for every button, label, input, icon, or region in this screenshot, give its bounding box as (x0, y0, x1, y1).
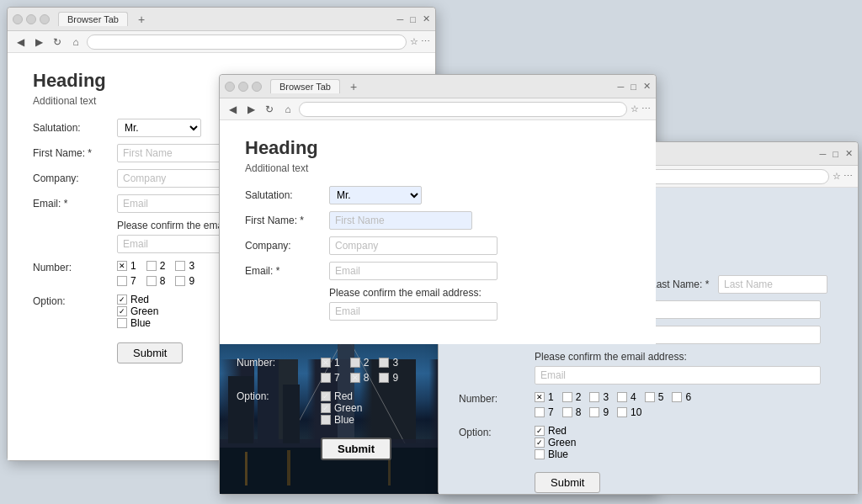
close-btn-1[interactable] (13, 14, 23, 24)
win-close-3[interactable]: ✕ (845, 148, 853, 159)
cb-9-2[interactable]: 9 (379, 372, 398, 384)
cb-box-1-1[interactable]: ✕ (117, 261, 127, 271)
cb-2-1[interactable]: 2 (146, 260, 166, 272)
salutation-select-2[interactable]: Mr. (329, 186, 422, 204)
cb-red-1[interactable]: ✓ (117, 294, 127, 305)
cb-blue-2[interactable] (321, 415, 331, 425)
cb-7-2[interactable]: 7 (321, 372, 340, 384)
win-minimize-1[interactable]: ─ (397, 14, 404, 24)
salutation-select-1[interactable]: Mr. (117, 119, 201, 137)
win-close-1[interactable]: ✕ (423, 13, 430, 24)
cb-1-1[interactable]: ✕ 1 (117, 260, 136, 272)
cb-8-3[interactable]: 8 (562, 406, 582, 418)
address-bar-1[interactable] (87, 34, 407, 50)
new-tab-btn-2[interactable]: + (343, 78, 364, 95)
cb-9-3[interactable]: 9 (589, 406, 609, 418)
cb-box-7-3[interactable] (535, 407, 545, 417)
opt-green-3[interactable]: ✓ Green (535, 437, 576, 448)
submit-btn-2[interactable]: Submit (321, 438, 391, 460)
opt-red-2[interactable]: ✓ Red (321, 390, 362, 402)
cb-box-1-3[interactable]: ✕ (535, 392, 545, 402)
cb-red-2[interactable]: ✓ (321, 391, 331, 401)
opt-green-1[interactable]: ✓ Green (117, 305, 158, 317)
tab-2[interactable]: Browser Tab (270, 79, 340, 93)
opt-red-1[interactable]: ✓ Red (117, 294, 158, 305)
min-btn-1[interactable] (26, 14, 36, 24)
win-maximize-1[interactable]: □ (410, 14, 416, 24)
win-close-2[interactable]: ✕ (643, 81, 651, 92)
forward-btn-2[interactable]: ▶ (243, 103, 258, 115)
email-input-2[interactable] (329, 262, 498, 280)
menu-icon-1[interactable]: ⋯ (421, 36, 430, 47)
cb-6-3[interactable]: 6 (672, 391, 691, 403)
cb-3-1[interactable]: 3 (175, 260, 194, 272)
win-minimize-3[interactable]: ─ (820, 149, 827, 159)
cb-8-1[interactable]: 8 (146, 275, 166, 287)
cb-2-2[interactable]: 2 (350, 357, 370, 369)
cb-box-5-3[interactable] (645, 392, 655, 402)
cb-box-8-2[interactable]: ✕ (350, 373, 360, 383)
cb-3-2[interactable]: 3 (379, 357, 398, 369)
cb-box-9-2[interactable] (379, 373, 389, 383)
home-btn-2[interactable]: ⌂ (280, 103, 295, 115)
reload-btn-2[interactable]: ↻ (262, 103, 277, 115)
menu-icon-2[interactable]: ⋯ (641, 103, 651, 114)
cb-box-9-3[interactable] (589, 407, 599, 417)
lastname-input-3[interactable] (718, 275, 827, 294)
cb-box-3-2[interactable] (379, 358, 389, 368)
cb-2-3[interactable]: 2 (562, 391, 582, 403)
cb-box-7-2[interactable] (321, 373, 331, 383)
cb-box-8-1[interactable] (146, 276, 157, 286)
cb-7-1[interactable]: 7 (117, 275, 136, 287)
star-icon-1[interactable]: ☆ (410, 36, 418, 47)
cb-box-8-3[interactable] (562, 407, 572, 417)
submit-btn-1[interactable]: Submit (117, 342, 183, 363)
cb-3-3[interactable]: 3 (589, 391, 609, 403)
forward-btn-1[interactable]: ▶ (31, 36, 46, 48)
cb-red-3[interactable]: ✓ (535, 426, 545, 436)
star-icon-2[interactable]: ☆ (631, 103, 639, 114)
cb-box-2-3[interactable] (562, 392, 572, 402)
cb-8-2[interactable]: ✕ 8 (350, 372, 370, 384)
cb-blue-1[interactable] (117, 318, 127, 328)
opt-blue-2[interactable]: Blue (321, 414, 362, 426)
cb-10-3[interactable]: 10 (617, 406, 641, 418)
confirm-email-input-3[interactable] (535, 366, 821, 385)
opt-green-2[interactable]: ✓ Green (321, 402, 362, 414)
cb-box-2-1[interactable] (146, 261, 157, 271)
cb-green-1[interactable]: ✓ (117, 306, 127, 316)
cb-green-2[interactable]: ✓ (321, 403, 331, 413)
submit-btn-3[interactable]: Submit (535, 472, 600, 493)
cb-box-4-3[interactable] (617, 392, 627, 402)
max-btn-2[interactable] (252, 82, 262, 92)
close-btn-2[interactable] (225, 82, 235, 92)
cb-box-2-2[interactable] (350, 358, 360, 368)
win-maximize-3[interactable]: □ (833, 149, 838, 159)
reload-btn-1[interactable]: ↻ (50, 36, 65, 48)
cb-box-7-1[interactable] (117, 276, 127, 286)
star-icon-3[interactable]: ☆ (833, 171, 841, 182)
address-bar-2[interactable] (299, 102, 627, 117)
max-btn-1[interactable] (40, 14, 50, 24)
cb-green-3[interactable]: ✓ (535, 438, 545, 448)
cb-5-3[interactable]: 5 (645, 391, 664, 403)
cb-1-2[interactable]: ✕ 1 (321, 357, 340, 369)
menu-icon-3[interactable]: ⋯ (843, 171, 853, 182)
back-btn-1[interactable]: ◀ (13, 36, 28, 48)
firstname-input-2[interactable] (329, 211, 472, 230)
win-maximize-2[interactable]: □ (631, 82, 636, 92)
opt-red-3[interactable]: ✓ Red (535, 425, 576, 437)
confirm-email-input-2[interactable] (329, 302, 498, 321)
back-btn-2[interactable]: ◀ (225, 103, 240, 115)
cb-9-1[interactable]: 9 (175, 275, 194, 287)
home-btn-1[interactable]: ⌂ (68, 36, 83, 48)
opt-blue-3[interactable]: Blue (535, 448, 576, 460)
tab-1[interactable]: Browser Tab (58, 12, 128, 26)
cb-box-9-1[interactable] (175, 276, 185, 286)
win-minimize-2[interactable]: ─ (618, 82, 625, 92)
cb-4-3[interactable]: 4 (617, 391, 636, 403)
cb-box-1-2[interactable]: ✕ (321, 358, 331, 368)
cb-7-3[interactable]: 7 (535, 406, 554, 418)
opt-blue-1[interactable]: Blue (117, 317, 158, 329)
cb-1-3[interactable]: ✕ 1 (535, 391, 554, 403)
